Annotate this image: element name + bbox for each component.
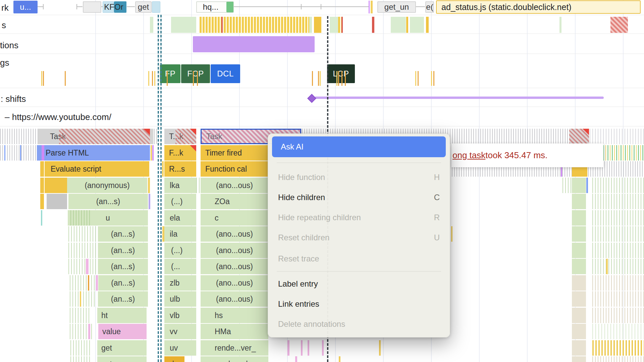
flame-bar [20, 145, 21, 161]
network-whisker [76, 6, 83, 7]
menu-item-ask-ai[interactable]: Ask AI [272, 136, 446, 157]
flame-bar[interactable]: R...s [164, 161, 196, 177]
flame-bar[interactable]: (an...s) [98, 259, 148, 274]
flame-bar[interactable]: ila [164, 226, 196, 242]
network-request-ad-status[interactable]: ad_status.js (static.doubleclick.net) [436, 0, 641, 14]
flame-bar[interactable]: ela [164, 210, 196, 226]
flame-bar[interactable]: get [97, 356, 147, 362]
track-label-frames: s [2, 20, 6, 31]
flame-bar [59, 129, 150, 144]
flame-bar[interactable]: Function cal [201, 161, 268, 177]
menu-separator [277, 163, 441, 163]
parse-marker-dashed-line [158, 15, 159, 362]
flame-bar[interactable]: d [164, 356, 184, 362]
flame-bar[interactable]: (ano...ous) [201, 275, 268, 291]
long-task-link[interactable]: ong task [452, 150, 485, 161]
flame-bar[interactable]: Timer fired [201, 145, 270, 161]
devtools-performance-panel: u...KFOrgethq...get_une(ad_status.js (st… [0, 0, 644, 362]
flame-bar[interactable]: (an...s) [98, 275, 148, 291]
timing-tick [318, 71, 319, 86]
track-separator [0, 54, 644, 54]
flame-bar[interactable]: zlb [164, 275, 196, 291]
flame-bar[interactable]: (an...s) [68, 194, 148, 209]
network-request[interactable] [83, 1, 101, 13]
flame-bar[interactable]: (ano...ous) [201, 243, 268, 258]
flame-bar [42, 145, 44, 161]
cpu-activity [309, 17, 312, 33]
flame-bar[interactable]: (...) [164, 194, 196, 209]
flame-bar[interactable]: (...) [164, 243, 196, 258]
interaction-bar[interactable] [193, 36, 315, 52]
timing-tick [431, 71, 432, 86]
cpu-activity [406, 17, 408, 33]
flame-bar[interactable]: ht [97, 308, 147, 323]
network-request[interactable]: e( [425, 1, 434, 13]
network-whisker [416, 6, 425, 7]
flame-bar[interactable]: Parse HTML [37, 145, 150, 161]
timing-tick [148, 71, 149, 86]
cpu-activity [426, 17, 429, 33]
flame-bar[interactable]: lka [164, 178, 196, 193]
layout-shift-line [315, 97, 604, 99]
network-request-get-un[interactable]: get_un [377, 1, 416, 13]
flame-bar[interactable]: (an...s) [98, 291, 148, 307]
flame-bar [0, 129, 38, 144]
flame-bar[interactable]: c [201, 210, 268, 226]
flame-bar[interactable]: (an...s) [98, 243, 148, 258]
flame-bar [592, 178, 644, 193]
flame-bar [45, 178, 67, 193]
flame-bar[interactable]: rend...ord [201, 356, 268, 362]
flame-bar[interactable]: HMa [201, 324, 268, 339]
flame-bar[interactable]: vlb [164, 308, 196, 323]
flame-bar [583, 129, 589, 135]
flame-bar [592, 308, 644, 323]
network-request[interactable] [152, 1, 160, 13]
menu-item-hide-children[interactable]: Hide childrenC [272, 187, 446, 207]
flame-bar[interactable]: Evaluate script [45, 161, 149, 177]
flame-bar [572, 210, 586, 226]
menu-item-label-entry[interactable]: Label entry [272, 274, 446, 294]
network-request-get[interactable]: get [135, 1, 152, 13]
flame-bar[interactable]: (ano...ous) [201, 226, 268, 242]
flame-bar [40, 194, 44, 209]
layout-shift-diamond[interactable] [307, 94, 316, 103]
flame-bar [572, 178, 586, 193]
flame-bar [149, 194, 150, 209]
flame-bar[interactable]: vv [164, 324, 196, 339]
flame-bar[interactable]: rende...ver_ [201, 340, 268, 356]
marker-fp[interactable]: FP [160, 64, 180, 83]
flame-bar[interactable]: ulb [164, 291, 196, 307]
flame-bar[interactable]: (ano...ous) [201, 259, 268, 274]
flame-bar[interactable]: uv [164, 340, 196, 356]
flame-bar[interactable]: (ano...ous) [201, 178, 268, 193]
flame-bar [592, 275, 644, 291]
cpu-activity [559, 17, 561, 33]
marker-lcp[interactable]: LCP [327, 64, 355, 83]
flame-bar[interactable]: value [98, 324, 147, 339]
flame-bar [572, 243, 586, 258]
flame-bar[interactable]: (ano...ous) [201, 291, 268, 307]
long-task-text: took 345.47 ms. [485, 150, 547, 161]
timing-tick [154, 71, 155, 86]
flame-bar [96, 275, 98, 291]
network-request-u[interactable]: u... [13, 1, 38, 13]
flame-bar[interactable]: hs [201, 308, 268, 323]
flame-bar [572, 308, 586, 323]
cpu-activity [341, 17, 343, 33]
flame-bar[interactable]: (anonymous) [67, 178, 147, 193]
track-separator [0, 126, 644, 126]
marker-fcp[interactable]: FCP [181, 64, 210, 83]
flame-bar[interactable]: ZOa [201, 194, 268, 209]
cpu-activity [372, 17, 374, 33]
flame-bar[interactable]: (... [164, 259, 196, 274]
flame-bar[interactable]: (an...s) [98, 226, 148, 242]
marker-dcl[interactable]: DCL [211, 64, 240, 83]
flame-bar [68, 226, 97, 242]
cpu-activity [200, 17, 312, 33]
timing-tick [345, 71, 346, 86]
long-task-tooltip: ong task took 345.47 ms. [451, 143, 603, 167]
menu-item-reset-trace: Reset trace [272, 249, 446, 269]
network-whisker-tick [76, 4, 77, 9]
menu-item-link-entries[interactable]: Link entries [272, 294, 446, 314]
flame-bar[interactable]: get [97, 340, 147, 356]
